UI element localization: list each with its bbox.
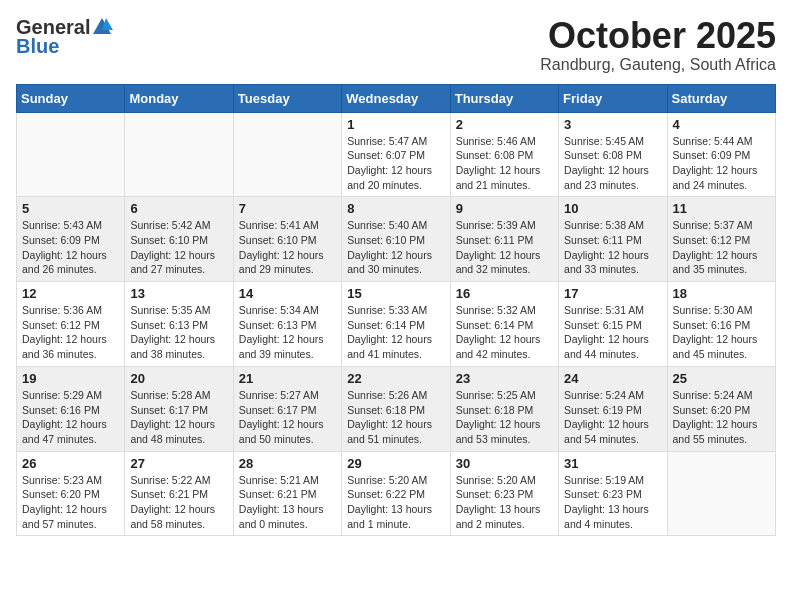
calendar-week-row: 1Sunrise: 5:47 AM Sunset: 6:07 PM Daylig… <box>17 112 776 197</box>
calendar-cell: 27Sunrise: 5:22 AM Sunset: 6:21 PM Dayli… <box>125 451 233 536</box>
calendar-cell <box>17 112 125 197</box>
calendar-cell: 13Sunrise: 5:35 AM Sunset: 6:13 PM Dayli… <box>125 282 233 367</box>
day-number: 27 <box>130 456 227 471</box>
day-number: 5 <box>22 201 119 216</box>
calendar-cell <box>233 112 341 197</box>
day-info: Sunrise: 5:44 AM Sunset: 6:09 PM Dayligh… <box>673 134 770 193</box>
day-number: 26 <box>22 456 119 471</box>
day-number: 9 <box>456 201 553 216</box>
day-number: 2 <box>456 117 553 132</box>
calendar-cell: 30Sunrise: 5:20 AM Sunset: 6:23 PM Dayli… <box>450 451 558 536</box>
calendar-table: SundayMondayTuesdayWednesdayThursdayFrid… <box>16 84 776 537</box>
logo-icon <box>91 16 113 38</box>
day-info: Sunrise: 5:25 AM Sunset: 6:18 PM Dayligh… <box>456 388 553 447</box>
calendar-cell <box>125 112 233 197</box>
day-number: 31 <box>564 456 661 471</box>
calendar-week-row: 19Sunrise: 5:29 AM Sunset: 6:16 PM Dayli… <box>17 366 776 451</box>
calendar-cell: 18Sunrise: 5:30 AM Sunset: 6:16 PM Dayli… <box>667 282 775 367</box>
calendar-cell: 12Sunrise: 5:36 AM Sunset: 6:12 PM Dayli… <box>17 282 125 367</box>
weekday-header: Thursday <box>450 84 558 112</box>
day-number: 18 <box>673 286 770 301</box>
day-info: Sunrise: 5:24 AM Sunset: 6:19 PM Dayligh… <box>564 388 661 447</box>
weekday-header-row: SundayMondayTuesdayWednesdayThursdayFrid… <box>17 84 776 112</box>
day-number: 6 <box>130 201 227 216</box>
day-number: 21 <box>239 371 336 386</box>
day-info: Sunrise: 5:27 AM Sunset: 6:17 PM Dayligh… <box>239 388 336 447</box>
day-info: Sunrise: 5:39 AM Sunset: 6:11 PM Dayligh… <box>456 218 553 277</box>
calendar-cell: 3Sunrise: 5:45 AM Sunset: 6:08 PM Daylig… <box>559 112 667 197</box>
calendar-cell: 24Sunrise: 5:24 AM Sunset: 6:19 PM Dayli… <box>559 366 667 451</box>
calendar-week-row: 12Sunrise: 5:36 AM Sunset: 6:12 PM Dayli… <box>17 282 776 367</box>
day-number: 28 <box>239 456 336 471</box>
calendar-cell: 17Sunrise: 5:31 AM Sunset: 6:15 PM Dayli… <box>559 282 667 367</box>
calendar-cell: 23Sunrise: 5:25 AM Sunset: 6:18 PM Dayli… <box>450 366 558 451</box>
calendar-cell: 31Sunrise: 5:19 AM Sunset: 6:23 PM Dayli… <box>559 451 667 536</box>
day-number: 16 <box>456 286 553 301</box>
day-number: 22 <box>347 371 444 386</box>
day-info: Sunrise: 5:31 AM Sunset: 6:15 PM Dayligh… <box>564 303 661 362</box>
day-info: Sunrise: 5:21 AM Sunset: 6:21 PM Dayligh… <box>239 473 336 532</box>
location: Randburg, Gauteng, South Africa <box>540 56 776 74</box>
page-header: General Blue October 2025 Randburg, Gaut… <box>16 16 776 74</box>
day-info: Sunrise: 5:30 AM Sunset: 6:16 PM Dayligh… <box>673 303 770 362</box>
calendar-cell: 28Sunrise: 5:21 AM Sunset: 6:21 PM Dayli… <box>233 451 341 536</box>
logo-blue: Blue <box>16 35 59 58</box>
day-number: 19 <box>22 371 119 386</box>
calendar-cell: 2Sunrise: 5:46 AM Sunset: 6:08 PM Daylig… <box>450 112 558 197</box>
calendar-cell: 29Sunrise: 5:20 AM Sunset: 6:22 PM Dayli… <box>342 451 450 536</box>
day-info: Sunrise: 5:40 AM Sunset: 6:10 PM Dayligh… <box>347 218 444 277</box>
calendar-cell: 14Sunrise: 5:34 AM Sunset: 6:13 PM Dayli… <box>233 282 341 367</box>
calendar-cell: 11Sunrise: 5:37 AM Sunset: 6:12 PM Dayli… <box>667 197 775 282</box>
calendar-cell: 26Sunrise: 5:23 AM Sunset: 6:20 PM Dayli… <box>17 451 125 536</box>
day-number: 11 <box>673 201 770 216</box>
day-number: 20 <box>130 371 227 386</box>
day-number: 25 <box>673 371 770 386</box>
day-info: Sunrise: 5:26 AM Sunset: 6:18 PM Dayligh… <box>347 388 444 447</box>
day-number: 24 <box>564 371 661 386</box>
calendar-cell: 22Sunrise: 5:26 AM Sunset: 6:18 PM Dayli… <box>342 366 450 451</box>
day-info: Sunrise: 5:19 AM Sunset: 6:23 PM Dayligh… <box>564 473 661 532</box>
calendar-cell <box>667 451 775 536</box>
day-number: 30 <box>456 456 553 471</box>
day-info: Sunrise: 5:38 AM Sunset: 6:11 PM Dayligh… <box>564 218 661 277</box>
day-info: Sunrise: 5:24 AM Sunset: 6:20 PM Dayligh… <box>673 388 770 447</box>
day-info: Sunrise: 5:20 AM Sunset: 6:22 PM Dayligh… <box>347 473 444 532</box>
day-number: 15 <box>347 286 444 301</box>
day-number: 29 <box>347 456 444 471</box>
day-info: Sunrise: 5:42 AM Sunset: 6:10 PM Dayligh… <box>130 218 227 277</box>
day-info: Sunrise: 5:33 AM Sunset: 6:14 PM Dayligh… <box>347 303 444 362</box>
calendar-cell: 21Sunrise: 5:27 AM Sunset: 6:17 PM Dayli… <box>233 366 341 451</box>
day-number: 14 <box>239 286 336 301</box>
weekday-header: Tuesday <box>233 84 341 112</box>
weekday-header: Saturday <box>667 84 775 112</box>
day-info: Sunrise: 5:41 AM Sunset: 6:10 PM Dayligh… <box>239 218 336 277</box>
calendar-cell: 20Sunrise: 5:28 AM Sunset: 6:17 PM Dayli… <box>125 366 233 451</box>
day-info: Sunrise: 5:35 AM Sunset: 6:13 PM Dayligh… <box>130 303 227 362</box>
calendar-cell: 4Sunrise: 5:44 AM Sunset: 6:09 PM Daylig… <box>667 112 775 197</box>
day-info: Sunrise: 5:45 AM Sunset: 6:08 PM Dayligh… <box>564 134 661 193</box>
day-info: Sunrise: 5:32 AM Sunset: 6:14 PM Dayligh… <box>456 303 553 362</box>
title-area: October 2025 Randburg, Gauteng, South Af… <box>540 16 776 74</box>
day-info: Sunrise: 5:47 AM Sunset: 6:07 PM Dayligh… <box>347 134 444 193</box>
day-info: Sunrise: 5:36 AM Sunset: 6:12 PM Dayligh… <box>22 303 119 362</box>
day-info: Sunrise: 5:43 AM Sunset: 6:09 PM Dayligh… <box>22 218 119 277</box>
day-number: 7 <box>239 201 336 216</box>
day-number: 17 <box>564 286 661 301</box>
calendar-cell: 15Sunrise: 5:33 AM Sunset: 6:14 PM Dayli… <box>342 282 450 367</box>
calendar-week-row: 26Sunrise: 5:23 AM Sunset: 6:20 PM Dayli… <box>17 451 776 536</box>
day-info: Sunrise: 5:29 AM Sunset: 6:16 PM Dayligh… <box>22 388 119 447</box>
day-info: Sunrise: 5:28 AM Sunset: 6:17 PM Dayligh… <box>130 388 227 447</box>
weekday-header: Monday <box>125 84 233 112</box>
weekday-header: Sunday <box>17 84 125 112</box>
calendar-cell: 25Sunrise: 5:24 AM Sunset: 6:20 PM Dayli… <box>667 366 775 451</box>
calendar-cell: 9Sunrise: 5:39 AM Sunset: 6:11 PM Daylig… <box>450 197 558 282</box>
calendar-week-row: 5Sunrise: 5:43 AM Sunset: 6:09 PM Daylig… <box>17 197 776 282</box>
day-info: Sunrise: 5:20 AM Sunset: 6:23 PM Dayligh… <box>456 473 553 532</box>
calendar-cell: 10Sunrise: 5:38 AM Sunset: 6:11 PM Dayli… <box>559 197 667 282</box>
day-number: 13 <box>130 286 227 301</box>
day-number: 3 <box>564 117 661 132</box>
weekday-header: Friday <box>559 84 667 112</box>
calendar-cell: 7Sunrise: 5:41 AM Sunset: 6:10 PM Daylig… <box>233 197 341 282</box>
day-info: Sunrise: 5:22 AM Sunset: 6:21 PM Dayligh… <box>130 473 227 532</box>
day-info: Sunrise: 5:46 AM Sunset: 6:08 PM Dayligh… <box>456 134 553 193</box>
